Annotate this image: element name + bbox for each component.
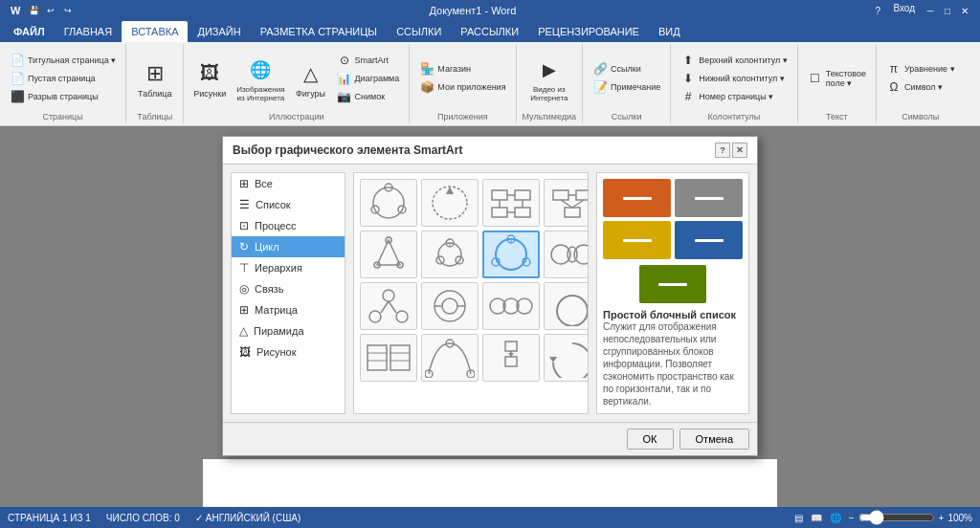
category-all[interactable]: ⊞ Все [232,173,345,194]
smartart-item-12[interactable] [544,282,589,330]
category-list[interactable]: ☰ Список [232,194,345,215]
footer-button[interactable]: ⬇ Нижний колонтитул ▾ [677,70,791,87]
title-bar-left: W 💾 ↩ ↪ [8,4,75,17]
dialog-help-button[interactable]: ? [715,143,730,158]
category-process[interactable]: ⊡ Процесс [232,215,345,236]
page-info: СТРАНИЦА 1 ИЗ 1 [8,513,91,523]
tab-page-layout[interactable]: РАЗМЕТКА СТРАНИЦЫ [251,21,387,42]
smartart-preview: Простой блочный список Служит для отобра… [596,172,749,414]
smartart-item-6[interactable] [421,231,479,278]
page-break-button[interactable]: ⬛ Разрыв страницы [6,88,120,105]
tab-mailings[interactable]: РАССЫЛКИ [451,21,528,42]
smartart-item-1[interactable] [360,179,417,227]
qa-save-icon[interactable]: 💾 [27,4,40,17]
cancel-button[interactable]: Отмена [679,429,749,450]
illustrations-group-content: 🖼 Рисунки 🌐 Изображенияиз Интернета △ Фи… [189,46,403,110]
table-button[interactable]: ⊞ Таблица [134,56,175,100]
category-picture[interactable]: 🖼 Рисунок [232,341,345,363]
tab-file[interactable]: ФАЙЛ [4,21,55,42]
tab-review[interactable]: РЕЦЕНЗИРОВАНИЕ [528,21,649,42]
title-page-button[interactable]: 📄 Титульная страница ▾ [6,52,120,69]
store-button[interactable]: 🏪 Магазин [415,60,509,77]
dialog-body: ⊞ Все ☰ Список ⊡ Процесс ↻ Цикл [223,165,757,422]
category-matrix[interactable]: ⊞ Матрица [232,299,345,320]
hyperlink-button[interactable]: 🔗 Ссылки [589,60,664,77]
pictures-button[interactable]: 🖼 Рисунки [189,56,230,100]
preview-large-label [658,283,687,286]
smartart-item-14[interactable] [421,334,479,382]
tab-insert[interactable]: ВСТАВКА [122,21,188,42]
tab-home[interactable]: ГЛАВНАЯ [55,21,122,42]
svg-point-40 [396,311,408,322]
blank-page-button[interactable]: 📄 Пустая страница [6,70,120,87]
symbol-button[interactable]: Ω Символ ▾ [882,78,959,96]
tab-view[interactable]: ВИД [649,21,690,42]
table-icon: ⊞ [140,58,170,89]
equation-button[interactable]: π Уравнение ▾ [882,60,959,77]
smartart-item-5[interactable] [360,231,417,278]
smartart-button[interactable]: ⊙ SmartArt [333,52,404,69]
tab-references[interactable]: ССЫЛКИ [387,21,451,42]
zoom-slider[interactable] [858,510,935,525]
page-number-button[interactable]: # Номер страницы ▾ [677,88,791,105]
category-hierarchy[interactable]: ⊤ Иерархия [232,257,345,278]
ribbon-group-illustrations: 🖼 Рисунки 🌐 Изображенияиз Интернета △ Фи… [184,44,410,123]
online-video-button[interactable]: ▶ Видео изИнтернета [526,53,571,104]
preview-large-block [639,265,706,303]
smartart-item-13[interactable] [360,334,417,382]
header-button[interactable]: ⬆ Верхний колонтитул ▾ [677,52,791,69]
svg-line-19 [572,200,584,208]
smartart-item-8[interactable] [544,231,589,278]
smartart-item-4[interactable] [544,179,589,227]
shapes-icon: △ [296,58,326,89]
textbox-button[interactable]: ☐ Текстовоеполе ▾ [804,68,870,89]
footer-icon: ⬇ [680,71,696,86]
qa-redo-icon[interactable]: ↪ [61,4,75,17]
zoom-in-icon[interactable]: + [939,513,945,523]
maximize-button[interactable]: □ [940,3,955,18]
smartart-item-7[interactable] [482,231,540,278]
help-icon[interactable]: ? [870,3,885,18]
close-button[interactable]: ✕ [957,3,972,18]
smartart-icon: ⊙ [337,53,352,68]
my-apps-button[interactable]: 📦 Мои приложения [415,78,509,96]
footnote-button[interactable]: 📝 Примечание [589,78,664,96]
ok-button[interactable]: ОК [627,429,674,450]
chart-button[interactable]: 📊 Диаграмма [333,70,404,87]
minimize-button[interactable]: ─ [923,3,938,18]
category-relationship[interactable]: ◎ Связь [232,278,345,299]
tab-design[interactable]: ДИЗАЙН [188,21,250,42]
smartart-item-16[interactable] [544,334,589,382]
svg-point-38 [383,290,394,301]
footnote-icon: 📝 [592,79,608,95]
ribbon-group-tables: ⊞ Таблица Таблицы [126,44,184,123]
online-images-button[interactable]: 🌐 Изображенияиз Интернета [233,53,288,104]
zoom-out-icon[interactable]: − [849,513,855,523]
apps-group-content: 🏪 Магазин 📦 Мои приложения [415,46,509,110]
pages-group-label: Страницы [42,112,82,121]
view-read-icon[interactable]: 📖 [811,513,822,523]
language-indicator[interactable]: ✓ АНГЛИЙСКИЙ (США) [195,513,301,523]
svg-point-43 [442,298,457,314]
smartart-item-9[interactable] [360,282,417,330]
smartart-item-2[interactable] [421,179,479,227]
category-pyramid[interactable]: △ Пирамида [232,320,345,341]
svg-line-42 [389,301,396,313]
screenshot-button[interactable]: 📷 Снимок [333,88,404,105]
smartart-item-11[interactable] [482,282,540,330]
preview-block-3 [603,221,671,259]
view-web-icon[interactable]: 🌐 [830,513,841,523]
view-normal-icon[interactable]: ▤ [794,513,803,523]
qa-undo-icon[interactable]: ↩ [44,4,57,17]
dialog-close-button[interactable]: ✕ [732,143,747,158]
login-button[interactable]: Вход [887,3,921,18]
shapes-button[interactable]: △ Фигуры [292,56,330,100]
smartart-item-3[interactable] [482,179,540,227]
category-cycle[interactable]: ↻ Цикл [232,236,345,257]
smartart-item-15[interactable] [482,334,540,382]
smartart-grid [353,172,589,414]
preview-text: Служит для отображения непоследовательны… [603,320,743,407]
title-page-icon: 📄 [10,53,25,68]
smartart-item-10[interactable] [421,282,479,330]
ribbon-tabs: ФАЙЛ ГЛАВНАЯ ВСТАВКА ДИЗАЙН РАЗМЕТКА СТР… [0,21,980,42]
